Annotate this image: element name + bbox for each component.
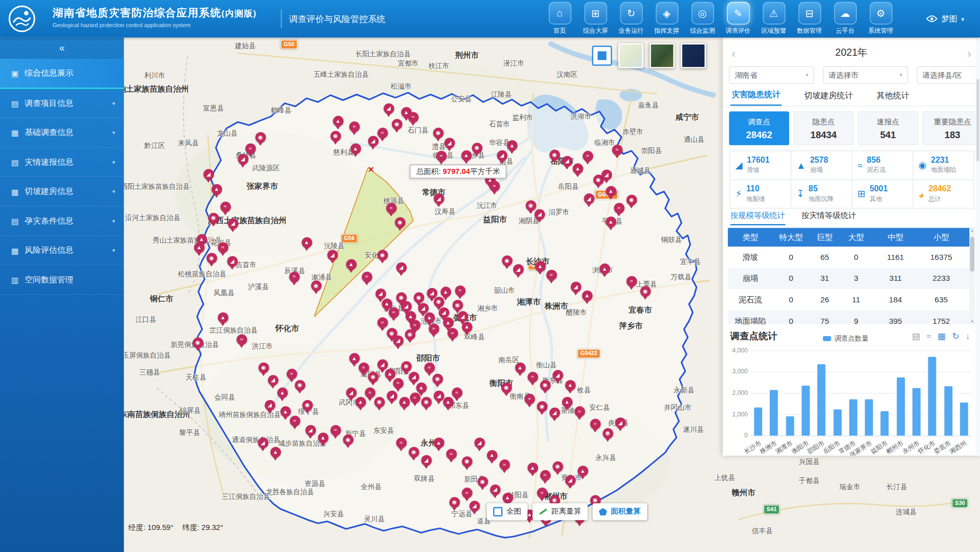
tab-slope-housing-stats[interactable]: 切坡建房统计	[803, 90, 854, 106]
sidebar-item-slope-housing[interactable]: ▦切坡建房信息▾	[0, 177, 124, 207]
nav-item-survey-evaluation[interactable]: ✎调查评价	[720, 2, 756, 35]
sidebar-collapse-button[interactable]: «	[0, 37, 124, 59]
hazard-pin[interactable]: ▲	[506, 140, 517, 151]
hazard-pin[interactable]: ≈	[396, 437, 407, 448]
hazard-pin[interactable]: ▲	[572, 163, 583, 174]
hazard-pin[interactable]: ◢	[257, 437, 268, 448]
hazard-pin[interactable]: ◢	[227, 256, 238, 267]
hazard-pin[interactable]: ◢	[427, 288, 437, 299]
hazard-pin[interactable]: ▲	[515, 362, 525, 373]
hazard-pin[interactable]: ≈	[358, 362, 369, 373]
hazard-pin[interactable]: ▲	[399, 397, 410, 408]
hazard-pin[interactable]: ◢	[268, 375, 278, 386]
hazard-pin[interactable]: ◢	[421, 455, 432, 466]
hazard-pin[interactable]: ◢	[565, 475, 575, 486]
stat-card-report-points[interactable]: 速报点541	[858, 112, 918, 145]
hazard-pin[interactable]: ◉	[302, 400, 313, 411]
hazard-pin[interactable]: ≈	[574, 406, 585, 417]
hazard-pin[interactable]: ▲	[270, 447, 281, 458]
hazard-pin[interactable]: ≈	[386, 203, 396, 213]
hazard-pin[interactable]: ▲	[355, 397, 366, 408]
hazard-pin[interactable]: ◉	[461, 456, 472, 467]
hazard-pin[interactable]: ≈	[286, 369, 297, 380]
bar-chart-icon[interactable]: ▦	[938, 332, 946, 340]
layer-control-icon[interactable]	[592, 46, 612, 65]
scroll-down-icon[interactable]: ▾	[969, 319, 975, 324]
hazard-pin[interactable]: ▲	[301, 237, 312, 248]
sidebar-item-risk-assessment[interactable]: ▦风险评估信息▾	[0, 236, 124, 266]
hazard-stat[interactable]: ↧85地面沉降	[791, 180, 852, 208]
hazard-pin[interactable]: ≈	[289, 272, 300, 282]
hazard-pin[interactable]: ◢	[601, 170, 612, 181]
hazard-pin[interactable]: ≈	[408, 112, 418, 123]
county-select[interactable]: 请选择县/区▾	[917, 67, 980, 84]
area-measure-button[interactable]: 面积量算	[593, 503, 647, 520]
hazard-pin[interactable]: ≈	[614, 203, 625, 213]
hazard-pin[interactable]: ▲	[577, 466, 588, 476]
hazard-pin[interactable]: ≈	[452, 387, 462, 398]
hazard-pin[interactable]: ▲	[527, 462, 538, 473]
hazard-pin[interactable]: ≈	[540, 470, 550, 481]
stat-card-hazard-points[interactable]: 隐患点18434	[793, 112, 853, 145]
hazard-pin[interactable]: ◉	[295, 380, 305, 391]
hazard-stat[interactable]: ▲2578崩塌	[791, 151, 852, 180]
hazard-pin[interactable]: ◢	[377, 359, 388, 370]
hazard-pin[interactable]: ◢	[264, 400, 275, 411]
hazard-pin[interactable]: ◢	[438, 307, 449, 318]
hazard-pin[interactable]: ▲	[332, 116, 343, 126]
download-icon[interactable]: ↓	[966, 332, 970, 340]
city-select[interactable]: 请选择市▾	[823, 67, 908, 84]
hazard-pin[interactable]: ◉	[206, 253, 217, 263]
hazard-pin[interactable]: ≈	[377, 128, 388, 139]
measure-close-icon[interactable]: ×	[368, 164, 374, 175]
hazard-pin[interactable]: ◉	[540, 380, 550, 391]
panel-scrollbar[interactable]	[975, 37, 980, 455]
hazard-pin[interactable]: ≈	[461, 488, 472, 498]
hazard-pin[interactable]: ◢	[444, 138, 455, 148]
hazard-pin[interactable]: ▲	[486, 450, 497, 461]
hazard-pin[interactable]: ≈	[289, 415, 300, 426]
hazard-pin[interactable]: ◢	[570, 282, 581, 293]
hazard-pin[interactable]: ◉	[501, 383, 511, 393]
hazard-pin[interactable]: ◉	[502, 255, 513, 266]
subtab-by-scale[interactable]: 按规模等级统计	[730, 210, 785, 225]
hazard-pin[interactable]: ◉	[255, 132, 266, 143]
hazard-pin[interactable]: ▲	[606, 216, 616, 227]
refresh-icon[interactable]: ↻	[952, 332, 959, 340]
hazard-pin[interactable]: ≈	[428, 324, 439, 335]
hazard-pin[interactable]: ◉	[449, 497, 460, 507]
hazard-pin[interactable]: ◢	[584, 193, 594, 204]
hazard-pin[interactable]: ≈	[455, 285, 465, 296]
hazard-pin[interactable]: ≈	[236, 334, 247, 345]
hazard-pin[interactable]: ◢	[408, 372, 419, 383]
hazard-pin[interactable]: ◢	[433, 390, 444, 401]
hazard-pin[interactable]: ▲	[382, 299, 392, 310]
hazard-pin[interactable]: ◉	[374, 397, 385, 408]
hazard-pin[interactable]: ≈	[499, 459, 510, 470]
nav-item-command[interactable]: ◈指挥支撑	[649, 2, 685, 35]
nav-item-cloud-platform[interactable]: ☁云平台	[827, 2, 863, 35]
hazard-pin[interactable]: ≈	[626, 276, 637, 287]
hazard-pin[interactable]: ◉	[343, 434, 353, 445]
hazard-pin[interactable]: ◢	[203, 169, 214, 180]
hazard-pin[interactable]: ◢	[615, 417, 626, 428]
hazard-pin[interactable]: ◉	[537, 401, 547, 412]
hazard-pin[interactable]: ◢	[393, 336, 404, 346]
hazard-pin[interactable]: ≈	[349, 121, 360, 132]
hazard-pin[interactable]: ≈	[365, 387, 375, 398]
hazard-pin[interactable]: ≈	[527, 372, 538, 383]
sidebar-item-basic-survey[interactable]: ▦基础调查信息▾	[0, 118, 124, 148]
hazard-pin[interactable]: ◉	[391, 119, 402, 129]
hazard-pin[interactable]: ≈	[537, 488, 547, 498]
hazard-pin[interactable]: ◢	[237, 154, 248, 165]
hazard-pin[interactable]: ≈	[612, 145, 622, 156]
nav-item-monitoring[interactable]: ◎综合监测	[685, 2, 721, 35]
hazard-pin[interactable]: ≈	[245, 143, 256, 154]
hazard-pin[interactable]: ▲	[194, 242, 205, 253]
sidebar-item-disaster-report[interactable]: ▤灾情速报信息▾	[0, 148, 124, 178]
hazard-pin[interactable]: ≈	[330, 425, 341, 436]
hazard-pin[interactable]: ◢	[474, 437, 485, 448]
hazard-pin[interactable]: ◢	[418, 303, 429, 314]
hazard-stat[interactable]: ◉2231地面塌陷	[912, 151, 973, 180]
hazard-pin[interactable]: ◉	[192, 337, 203, 348]
